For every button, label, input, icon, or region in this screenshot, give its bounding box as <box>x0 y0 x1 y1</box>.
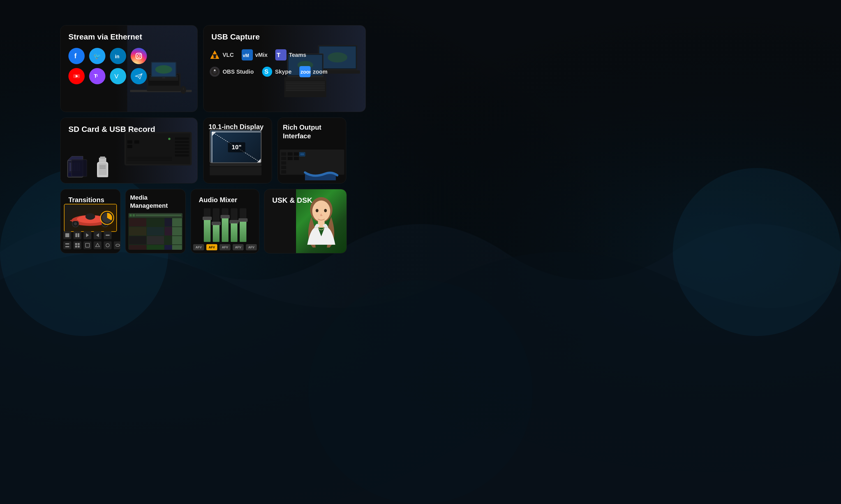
svg-rect-50 <box>286 90 325 91</box>
svg-point-145 <box>316 209 319 212</box>
svg-text:🐦: 🐦 <box>93 52 101 60</box>
svg-rect-116 <box>300 153 304 156</box>
svg-rect-73 <box>175 151 189 153</box>
svg-text:V: V <box>114 73 119 80</box>
svg-rect-95 <box>100 157 105 159</box>
svg-point-123 <box>86 213 95 220</box>
card-sdcard: SD Card & USB Record <box>60 118 198 183</box>
usb-title: USB Capture <box>211 32 260 42</box>
svg-rect-147 <box>318 221 325 228</box>
svg-text:zoom: zoom <box>301 69 311 75</box>
svg-rect-45 <box>286 82 325 83</box>
svg-rect-30 <box>97 74 98 77</box>
social-icons-grid: f 🐦 in <box>68 48 148 84</box>
svg-text:T: T <box>94 73 97 79</box>
facebook-icon[interactable]: f <box>68 48 85 64</box>
twitter-icon[interactable]: 🐦 <box>89 48 105 64</box>
card-richout: Rich Output Interface <box>277 118 346 183</box>
svg-rect-96 <box>100 165 106 167</box>
svg-text:f: f <box>74 52 77 60</box>
transitions-preview <box>64 204 117 232</box>
svg-rect-110 <box>281 170 286 174</box>
svg-rect-132 <box>106 235 109 236</box>
media-ui-preview <box>128 213 183 250</box>
svg-marker-140 <box>96 243 100 247</box>
svg-rect-29 <box>96 74 96 77</box>
svg-point-141 <box>106 244 109 247</box>
card-stream: Stream via Ethernet f 🐦 in <box>60 25 198 112</box>
svg-rect-108 <box>281 161 286 165</box>
transition-buttons-row2 <box>63 241 121 249</box>
card-transitions: Transitions <box>60 189 121 253</box>
svg-rect-133 <box>65 243 69 245</box>
display-mockup: 10" <box>210 130 266 175</box>
svg-point-142 <box>116 244 120 247</box>
linkedin-icon[interactable]: in <box>110 48 126 64</box>
svg-rect-70 <box>175 141 189 143</box>
card-audio: Audio Mixer <box>191 189 259 253</box>
usb-app-logos: VLC vM vMix T Teams <box>209 49 327 77</box>
svg-rect-128 <box>75 233 77 237</box>
svg-point-62 <box>214 69 216 71</box>
svg-text:S: S <box>264 68 269 75</box>
svg-text:in: in <box>115 54 119 59</box>
vmix-logo: vM vMix <box>242 49 268 60</box>
card-usk: USK & DSK <box>264 189 347 253</box>
svg-rect-43 <box>284 77 326 80</box>
svg-rect-49 <box>286 88 325 89</box>
svg-rect-113 <box>294 152 299 156</box>
svg-rect-127 <box>65 233 69 237</box>
svg-point-37 <box>328 52 347 62</box>
svg-rect-109 <box>281 166 286 169</box>
skype-logo: S Skype <box>261 66 292 77</box>
telegram-icon[interactable] <box>131 68 147 84</box>
richout-ports-image <box>280 141 344 180</box>
svg-point-121 <box>74 222 77 226</box>
twitch-icon[interactable]: T <box>89 68 105 84</box>
display-title: 10.1-inch Display <box>209 123 263 131</box>
svg-rect-47 <box>286 85 325 86</box>
youtube-icon[interactable] <box>68 68 85 84</box>
svg-rect-77 <box>134 140 139 144</box>
stream-title: Stream via Ethernet <box>68 32 142 42</box>
svg-rect-98 <box>97 175 108 177</box>
instagram-icon[interactable] <box>131 48 147 64</box>
media-title: Media Management <box>130 194 185 210</box>
svg-rect-79 <box>127 157 172 158</box>
teams-logo: T Teams <box>275 49 306 60</box>
usb-drive-icon <box>93 155 113 179</box>
svg-point-25 <box>140 54 141 55</box>
svg-rect-137 <box>75 246 77 248</box>
svg-rect-134 <box>65 246 69 247</box>
vlc-logo: VLC <box>209 49 234 60</box>
svg-rect-106 <box>281 152 286 156</box>
svg-rect-138 <box>78 246 80 248</box>
afv-buttons: AFV AFV AFV AFV AFV <box>193 244 257 250</box>
main-layout: Stream via Ethernet f 🐦 in <box>0 0 841 504</box>
svg-rect-12 <box>149 79 178 80</box>
svg-rect-46 <box>286 83 325 84</box>
svg-rect-107 <box>281 157 286 160</box>
obs-logo: OBS Studio <box>209 66 254 77</box>
zoom-logo: zoom zoom <box>299 66 327 77</box>
svg-point-144 <box>312 200 330 222</box>
richout-title: Rich Output Interface <box>283 123 339 140</box>
svg-rect-97 <box>100 167 106 168</box>
svg-rect-48 <box>286 87 325 88</box>
svg-rect-75 <box>127 140 132 144</box>
svg-rect-81 <box>127 160 172 160</box>
svg-rect-129 <box>78 233 79 237</box>
storage-icons <box>66 155 113 179</box>
transition-buttons-row1 <box>63 231 111 239</box>
vimeo-icon[interactable]: V <box>110 68 126 84</box>
svg-text:10": 10" <box>231 144 241 151</box>
svg-point-146 <box>324 209 327 212</box>
svg-rect-76 <box>127 145 132 148</box>
audio-title: Audio Mixer <box>199 196 237 204</box>
card-display: 10.1-inch Display 10" <box>203 118 272 183</box>
svg-rect-135 <box>75 243 77 245</box>
svg-rect-54 <box>213 54 217 55</box>
svg-rect-114 <box>294 157 299 160</box>
svg-rect-111 <box>288 152 293 156</box>
svg-text:T: T <box>277 52 280 58</box>
